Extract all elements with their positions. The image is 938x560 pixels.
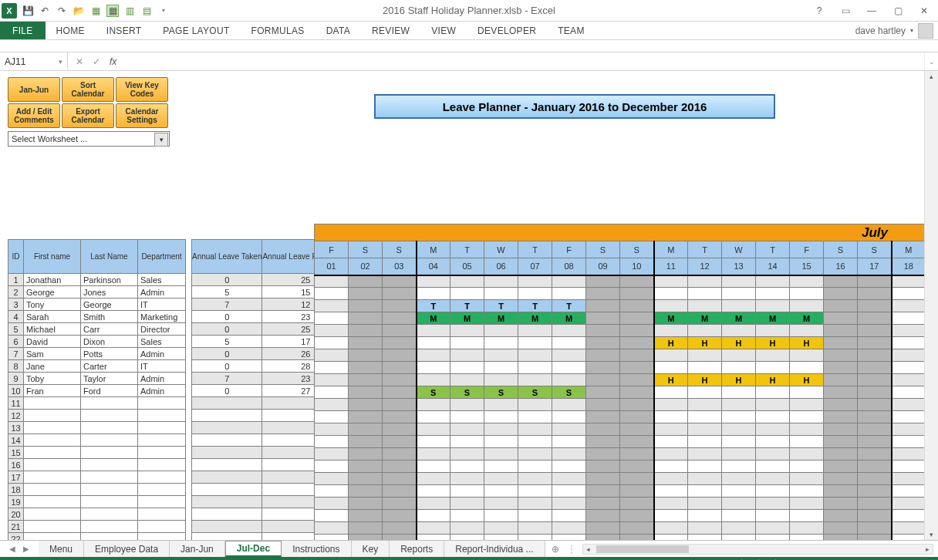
cell-first[interactable]: Toby — [24, 373, 81, 385]
calendar-cell[interactable] — [484, 337, 518, 349]
calendar-cell[interactable] — [858, 374, 892, 386]
calendar-cell[interactable] — [552, 374, 586, 386]
calendar-cell[interactable] — [858, 325, 892, 337]
calendar-cell[interactable] — [383, 411, 417, 423]
calendar-cell[interactable] — [586, 460, 620, 473]
tab-formulas[interactable]: FORMULAS — [241, 22, 315, 39]
calendar-cell[interactable] — [620, 448, 654, 460]
calendar-cell[interactable]: T — [417, 300, 450, 312]
calendar-cell[interactable] — [620, 349, 654, 362]
calendar-cell[interactable]: T — [518, 300, 552, 312]
calendar-cell[interactable] — [586, 386, 620, 399]
cell-last[interactable]: Parkinson — [81, 274, 138, 286]
calendar-cell[interactable] — [892, 498, 925, 510]
calendar-cell[interactable] — [688, 485, 722, 498]
calendar-cell[interactable] — [756, 485, 790, 498]
cell-dept[interactable] — [138, 496, 186, 508]
calendar-cell[interactable] — [790, 510, 824, 522]
calendar-cell[interactable] — [417, 448, 450, 460]
calendar-cell[interactable] — [790, 423, 824, 436]
cell-last[interactable]: Carter — [81, 360, 138, 373]
calendar-cell[interactable] — [790, 473, 824, 485]
signed-in-user[interactable]: dave hartley — [855, 25, 906, 36]
calendar-cell[interactable] — [518, 374, 552, 386]
calendar-cell[interactable] — [892, 510, 925, 522]
row-id[interactable]: 15 — [8, 447, 24, 459]
sheet-tab-menu[interactable]: Menu — [39, 541, 84, 557]
calendar-cell[interactable] — [688, 448, 722, 460]
calendar-cell[interactable] — [518, 362, 552, 374]
calendar-cell[interactable] — [790, 386, 824, 399]
sheet-nav-prev-icon[interactable]: ◀ — [9, 545, 15, 553]
calendar-cell[interactable]: H — [756, 337, 790, 349]
accept-formula-icon[interactable]: ✓ — [93, 56, 100, 67]
calendar-cell[interactable] — [824, 411, 858, 423]
calendar-cell[interactable] — [450, 411, 484, 423]
cell-dept[interactable] — [138, 434, 186, 447]
calendar-cell[interactable] — [756, 325, 790, 337]
calendar-cell[interactable] — [790, 448, 824, 460]
calendar-cell[interactable] — [450, 498, 484, 510]
sheet-tab-jul-dec[interactable]: Jul-Dec — [225, 541, 282, 557]
row-id[interactable]: 10 — [8, 385, 24, 397]
calendar-cell[interactable] — [586, 325, 620, 337]
calendar-cell[interactable] — [586, 349, 620, 362]
calendar-cell[interactable] — [349, 312, 383, 325]
cell-last[interactable]: Smith — [81, 311, 138, 323]
calendar-cell[interactable] — [722, 498, 756, 510]
row-id[interactable]: 8 — [8, 360, 24, 373]
calendar-cell[interactable] — [450, 535, 484, 541]
row-id[interactable]: 16 — [8, 459, 24, 471]
calendar-cell[interactable] — [620, 288, 654, 300]
tab-file[interactable]: FILE — [0, 22, 46, 39]
cell-first[interactable] — [24, 422, 81, 434]
calendar-cell[interactable]: M — [484, 312, 518, 325]
formula-input[interactable] — [124, 52, 924, 70]
cell-last[interactable] — [81, 397, 138, 410]
calendar-cell[interactable] — [688, 275, 722, 288]
name-box[interactable]: AJ11 — [0, 52, 68, 70]
calendar-cell[interactable] — [315, 411, 349, 423]
macro-button-jan-jun[interactable]: Jan-Jun — [8, 77, 60, 102]
calendar-cell[interactable] — [790, 460, 824, 473]
calendar-cell[interactable] — [349, 300, 383, 312]
calendar-cell[interactable]: M — [722, 312, 756, 325]
row-id[interactable]: 9 — [8, 373, 24, 385]
calendar-cell[interactable] — [790, 288, 824, 300]
calendar-cell[interactable] — [417, 522, 450, 535]
calendar-cell[interactable] — [518, 423, 552, 436]
cell-first[interactable] — [24, 434, 81, 447]
calendar-cell[interactable] — [756, 448, 790, 460]
calendar-cell[interactable] — [824, 275, 858, 288]
cell-taken[interactable] — [192, 410, 262, 422]
macro-button-calendar-settings[interactable]: Calendar Settings — [116, 103, 168, 128]
calendar-cell[interactable] — [824, 325, 858, 337]
cell-last[interactable]: Carr — [81, 323, 138, 336]
calendar-cell[interactable] — [722, 386, 756, 399]
calendar-cell[interactable] — [688, 325, 722, 337]
row-id[interactable]: 21 — [8, 521, 24, 533]
calendar-cell[interactable] — [688, 399, 722, 411]
calendar-cell[interactable] — [892, 473, 925, 485]
calendar-cell[interactable] — [349, 374, 383, 386]
cell-dept[interactable]: Admin — [138, 286, 186, 299]
calendar-cell[interactable] — [654, 498, 688, 510]
calendar-cell[interactable] — [484, 411, 518, 423]
open-icon[interactable]: 📂 — [73, 5, 85, 17]
calendar-cell[interactable] — [315, 473, 349, 485]
calendar-cell[interactable] — [315, 374, 349, 386]
calendar-cell[interactable] — [349, 436, 383, 448]
calendar-cell[interactable]: S — [518, 386, 552, 399]
cell-dept[interactable] — [138, 397, 186, 410]
cell-taken[interactable] — [192, 434, 262, 447]
cell-first[interactable] — [24, 447, 81, 459]
calendar-cell[interactable] — [383, 399, 417, 411]
calendar-cell[interactable]: S — [417, 386, 450, 399]
calendar-cell[interactable] — [349, 399, 383, 411]
cell-dept[interactable]: Admin — [138, 385, 186, 397]
cell-taken[interactable]: 0 — [192, 323, 262, 336]
calendar-cell[interactable] — [383, 300, 417, 312]
cell-last[interactable]: Taylor — [81, 373, 138, 385]
calendar-cell[interactable] — [892, 436, 925, 448]
calendar-cell[interactable] — [383, 485, 417, 498]
